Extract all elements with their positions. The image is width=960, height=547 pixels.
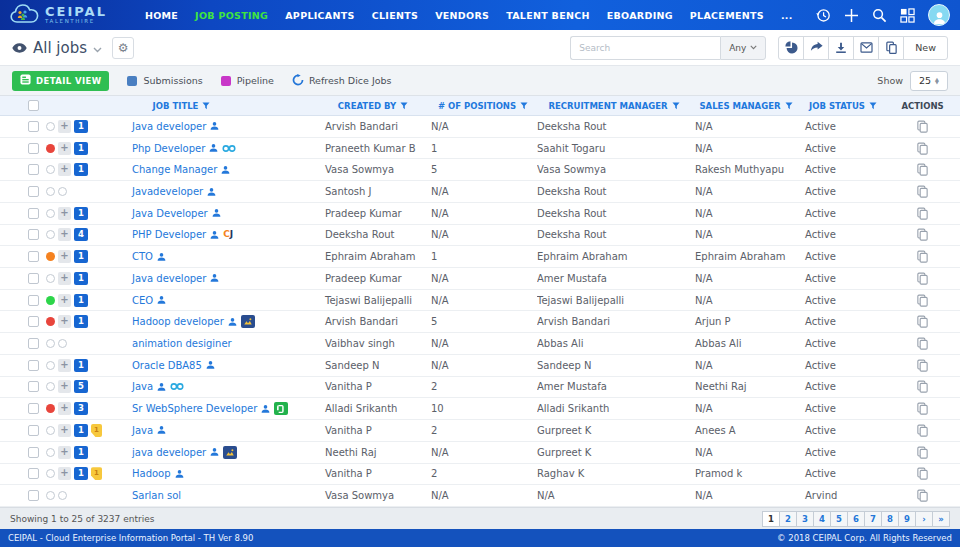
job-title-link[interactable]: animation desiginer <box>132 338 232 349</box>
add-submission-button[interactable]: + <box>58 294 71 307</box>
view-title[interactable]: All jobs <box>33 39 87 57</box>
search-input[interactable] <box>570 36 720 60</box>
filter-funnel-icon[interactable] <box>672 102 680 110</box>
add-submission-button[interactable]: + <box>58 228 71 241</box>
plus-icon[interactable] <box>844 8 859 23</box>
tag-badge[interactable]: 1 <box>91 467 102 480</box>
row-checkbox[interactable] <box>28 316 39 327</box>
new-button[interactable]: New <box>903 36 948 60</box>
job-title-link[interactable]: Java Developer <box>132 208 208 219</box>
job-title-link[interactable]: Java developer <box>132 273 206 284</box>
add-submission-button[interactable]: + <box>58 359 71 372</box>
row-checkbox[interactable] <box>28 338 39 349</box>
page-button-7[interactable]: 7 <box>864 511 882 527</box>
row-checkbox[interactable] <box>28 164 39 175</box>
submission-count-badge[interactable]: 1 <box>74 120 88 133</box>
add-submission-button[interactable]: + <box>58 207 71 220</box>
submission-count-badge[interactable]: 4 <box>74 228 88 241</box>
page-button-1[interactable]: 1 <box>762 511 780 527</box>
submission-count-badge[interactable]: 1 <box>74 250 88 263</box>
select-all-checkbox[interactable] <box>28 100 39 111</box>
submission-count-badge[interactable]: 1 <box>74 142 88 155</box>
job-title-link[interactable]: Javadeveloper <box>132 186 203 197</box>
copy-job-icon[interactable] <box>916 142 929 155</box>
filter-funnel-icon[interactable] <box>202 102 210 110</box>
download-button[interactable] <box>828 36 854 60</box>
last-page-button[interactable]: » <box>932 511 950 527</box>
refresh-dice-jobs-button[interactable]: Refresh Dice Jobs <box>292 74 392 88</box>
row-checkbox[interactable] <box>28 251 39 262</box>
page-size-select[interactable]: 25 ▲▼ <box>910 71 948 91</box>
copy-job-icon[interactable] <box>916 402 929 415</box>
copy-job-icon[interactable] <box>916 359 929 372</box>
row-checkbox[interactable] <box>28 425 39 436</box>
filter-funnel-icon[interactable] <box>520 102 528 110</box>
nav-item-talent-bench[interactable]: TALENT BENCH <box>506 10 590 21</box>
chevron-down-icon[interactable] <box>93 38 102 57</box>
nav-item-applicants[interactable]: APPLICANTS <box>285 10 354 21</box>
history-icon[interactable] <box>815 7 831 23</box>
job-title-link[interactable]: Php Developer <box>132 143 205 154</box>
row-checkbox[interactable] <box>28 273 39 284</box>
copy-job-icon[interactable] <box>916 120 929 133</box>
row-checkbox[interactable] <box>28 403 39 414</box>
filter-funnel-icon[interactable] <box>400 102 408 110</box>
page-button-6[interactable]: 6 <box>847 511 865 527</box>
submission-count-badge[interactable]: 5 <box>74 380 88 393</box>
row-checkbox[interactable] <box>28 121 39 132</box>
nav-item-clients[interactable]: CLIENTS <box>372 10 418 21</box>
submission-count-badge[interactable]: 1 <box>74 424 88 437</box>
copy-job-icon[interactable] <box>916 315 929 328</box>
row-checkbox[interactable] <box>28 208 39 219</box>
grid-icon[interactable] <box>900 8 915 23</box>
filter-funnel-icon[interactable] <box>785 102 793 110</box>
copy-job-icon[interactable] <box>916 185 929 198</box>
job-title-link[interactable]: Sarlan sol <box>132 490 181 501</box>
row-checkbox[interactable] <box>28 447 39 458</box>
copy-job-icon[interactable] <box>916 380 929 393</box>
ceipal-logo[interactable]: CEIPAL TALENTHIRE <box>10 3 107 28</box>
add-submission-button[interactable]: + <box>58 424 71 437</box>
detail-view-button[interactable]: DETAIL VIEW <box>12 71 109 91</box>
add-submission-button[interactable]: + <box>58 402 71 415</box>
job-title-link[interactable]: PHP Developer <box>132 229 206 240</box>
job-title-link[interactable]: CTO <box>132 251 153 262</box>
nav-item-vendors[interactable]: VENDORS <box>435 10 489 21</box>
copy-job-icon[interactable] <box>916 446 929 459</box>
copy-button[interactable] <box>878 36 904 60</box>
search-icon[interactable] <box>872 8 887 23</box>
row-checkbox[interactable] <box>28 295 39 306</box>
nav-item-placements[interactable]: PLACEMENTS <box>690 10 764 21</box>
page-button-8[interactable]: 8 <box>881 511 899 527</box>
job-title-link[interactable]: CEO <box>132 295 153 306</box>
submission-count-badge[interactable]: 1 <box>74 467 88 480</box>
submission-count-badge[interactable]: 1 <box>74 163 88 176</box>
nav-item-job-posting[interactable]: JOB POSTING <box>195 10 268 21</box>
copy-job-icon[interactable] <box>916 163 929 176</box>
submission-count-badge[interactable]: 1 <box>74 272 88 285</box>
row-checkbox[interactable] <box>28 468 39 479</box>
row-checkbox[interactable] <box>28 229 39 240</box>
job-title-link[interactable]: Java <box>132 381 153 392</box>
submission-count-badge[interactable]: 1 <box>74 446 88 459</box>
copy-job-icon[interactable] <box>916 424 929 437</box>
submission-count-badge[interactable]: 3 <box>74 402 88 415</box>
job-title-link[interactable]: Java <box>132 425 153 436</box>
copy-job-icon[interactable] <box>916 228 929 241</box>
tag-badge[interactable]: 1 <box>91 424 102 437</box>
pie-chart-button[interactable] <box>778 36 804 60</box>
page-button-2[interactable]: 2 <box>779 511 797 527</box>
gear-icon[interactable]: ⚙ <box>112 37 134 59</box>
job-title-link[interactable]: Sr WebSphere Developer <box>132 403 257 414</box>
page-button-5[interactable]: 5 <box>830 511 848 527</box>
add-submission-button[interactable]: + <box>58 120 71 133</box>
row-checkbox[interactable] <box>28 381 39 392</box>
job-title-link[interactable]: Oracle DBA85 <box>132 360 202 371</box>
nav-item-home[interactable]: HOME <box>145 10 178 21</box>
share-button[interactable] <box>803 36 829 60</box>
row-checkbox[interactable] <box>28 490 39 501</box>
row-checkbox[interactable] <box>28 143 39 154</box>
nav-item-more[interactable]: ... <box>781 10 793 21</box>
row-checkbox[interactable] <box>28 360 39 371</box>
add-submission-button[interactable]: + <box>58 163 71 176</box>
